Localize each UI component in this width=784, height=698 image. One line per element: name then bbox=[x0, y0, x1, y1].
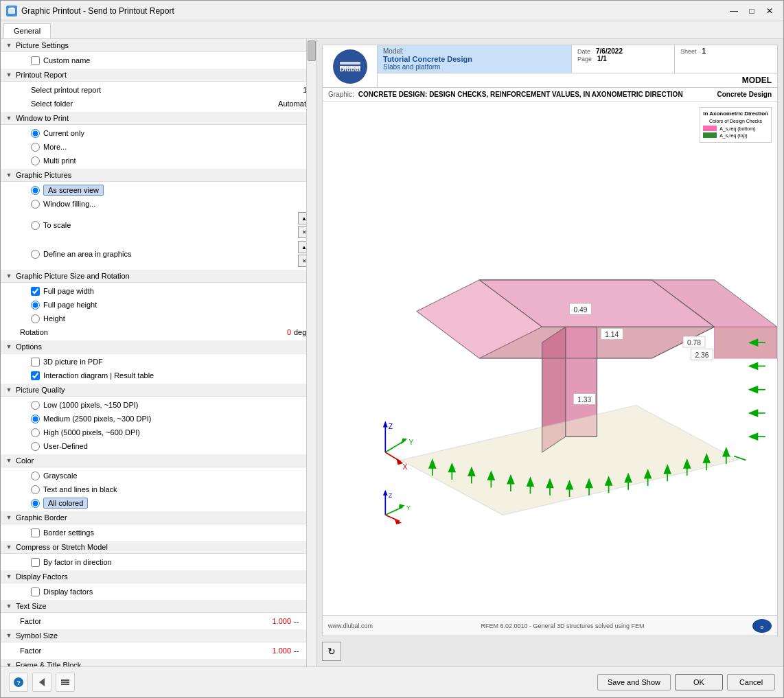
quality-low-row: Low (1000 pixels, ~150 DPI) bbox=[14, 398, 316, 412]
section-header-picture-settings[interactable]: ▼ Picture Settings bbox=[1, 39, 316, 52]
section-header-options[interactable]: ▼ Options bbox=[1, 340, 316, 353]
collapse-icon-gp: ▼ bbox=[5, 171, 13, 179]
symbol-factor-label: Factor bbox=[20, 647, 250, 655]
as-screen-radio[interactable] bbox=[31, 186, 40, 195]
height-row: Height bbox=[14, 312, 316, 325]
section-header-ss[interactable]: ▼ Symbol Size bbox=[1, 629, 316, 642]
collapse-icon-ftb: ▼ bbox=[5, 661, 13, 666]
to-scale-radio[interactable] bbox=[31, 221, 40, 230]
full-page-height-radio[interactable] bbox=[31, 301, 40, 310]
model-label: Model: bbox=[383, 47, 566, 55]
border-settings-checkbox[interactable] bbox=[31, 528, 40, 537]
section-options: ▼ Options 3D picture in PDF Interaction … bbox=[1, 340, 316, 384]
section-body-df: Display factors bbox=[1, 583, 316, 600]
refresh-button[interactable]: ↻ bbox=[322, 642, 341, 661]
preview-footer: www.dlubal.com RFEM 6.02.0010 - General … bbox=[323, 615, 777, 636]
height-radio[interactable] bbox=[31, 314, 40, 323]
svg-text:1.33: 1.33 bbox=[577, 396, 591, 404]
section-header-gpsr[interactable]: ▼ Graphic Picture Size and Rotation bbox=[1, 270, 316, 283]
svg-text:Y: Y bbox=[406, 504, 411, 511]
current-only-label: Current only bbox=[43, 129, 84, 137]
legend-title: In Axonometric Direction bbox=[703, 110, 768, 117]
section-header-pq[interactable]: ▼ Picture Quality bbox=[1, 384, 316, 397]
by-factor-label: By factor in direction bbox=[43, 558, 112, 566]
section-header-ftb[interactable]: ▼ Frame & Title Block bbox=[1, 659, 316, 666]
section-model-label: MODEL bbox=[378, 73, 777, 87]
section-body-printout-report: Select printout report 1 - Select folder… bbox=[1, 82, 316, 112]
section-header-printout-report[interactable]: ▼ Printout Report bbox=[1, 69, 316, 82]
section-header-df[interactable]: ▼ Display Factors bbox=[1, 570, 316, 583]
all-colored-radio[interactable] bbox=[31, 499, 40, 508]
legend-item-1: A_s,req (top) bbox=[703, 132, 768, 138]
more-radio[interactable] bbox=[31, 143, 40, 152]
3d-pdf-checkbox[interactable] bbox=[31, 358, 40, 367]
graphic-title: CONCRETE DESIGN: DESIGN CHECKS, REINFORC… bbox=[358, 91, 713, 98]
full-page-width-label: Full page width bbox=[43, 287, 94, 295]
section-header-wtp[interactable]: ▼ Window to Print bbox=[1, 112, 316, 125]
select-printout-label: Select printout report bbox=[31, 86, 270, 94]
by-factor-checkbox[interactable] bbox=[31, 558, 40, 567]
ok-button[interactable]: OK bbox=[675, 674, 723, 690]
minimize-button[interactable]: — bbox=[726, 3, 742, 19]
bottom-actions: Save and Show OK Cancel bbox=[597, 674, 775, 690]
current-only-radio[interactable] bbox=[31, 129, 40, 138]
cancel-button[interactable]: Cancel bbox=[727, 674, 775, 690]
section-body-ts: Factor 1.000 -- bbox=[1, 613, 316, 629]
svg-text:2.36: 2.36 bbox=[695, 351, 708, 359]
svg-text:?: ? bbox=[16, 679, 21, 686]
select-printout-value: 1 - bbox=[270, 86, 312, 94]
define-area-label: Define an area in graphics bbox=[43, 250, 295, 258]
window-filling-row: Window filling... bbox=[14, 197, 316, 211]
back-button[interactable] bbox=[32, 673, 51, 692]
legend-box: In Axonometric Direction Colors of Desig… bbox=[700, 107, 772, 143]
section-title-wtp: Window to Print bbox=[16, 114, 69, 122]
text-lines-black-radio[interactable] bbox=[31, 485, 40, 494]
save-and-show-button[interactable]: Save and Show bbox=[597, 674, 671, 690]
scrollbar[interactable] bbox=[306, 39, 316, 666]
interaction-diagram-checkbox[interactable] bbox=[31, 371, 40, 380]
collapse-icon-pr: ▼ bbox=[5, 71, 13, 79]
tab-general[interactable]: General bbox=[3, 23, 51, 38]
section-header-ts[interactable]: ▼ Text Size bbox=[1, 600, 316, 613]
preview-meta-top: Model: Tutorial Concrete Design Slabs an… bbox=[378, 45, 777, 73]
interaction-diagram-row: Interaction diagram | Result table bbox=[14, 369, 316, 382]
collapse-icon-gpsr: ▼ bbox=[5, 272, 13, 280]
help-button[interactable]: ? bbox=[9, 673, 28, 692]
quality-medium-radio[interactable] bbox=[31, 415, 40, 423]
section-header-gb[interactable]: ▼ Graphic Border bbox=[1, 511, 316, 524]
close-button[interactable]: ✕ bbox=[761, 3, 778, 19]
quality-user-label: User-Defined bbox=[43, 442, 88, 450]
custom-name-label: Custom name bbox=[43, 56, 90, 65]
section-gps-rotation: ▼ Graphic Picture Size and Rotation Full… bbox=[1, 270, 316, 340]
section-title-ss: Symbol Size bbox=[16, 631, 58, 640]
display-factors-checkbox[interactable] bbox=[31, 588, 40, 596]
svg-rect-1 bbox=[10, 8, 14, 9]
grayscale-radio[interactable] bbox=[31, 472, 40, 480]
full-page-width-checkbox[interactable] bbox=[31, 287, 40, 296]
section-header-color[interactable]: ▼ Color bbox=[1, 454, 316, 467]
svg-marker-107 bbox=[39, 678, 45, 686]
section-color: ▼ Color Grayscale Text and lines in blac… bbox=[1, 454, 316, 511]
define-area-radio[interactable] bbox=[31, 250, 40, 259]
svg-rect-108 bbox=[61, 679, 69, 681]
border-settings-row: Border settings bbox=[14, 526, 316, 539]
settings-button[interactable] bbox=[56, 673, 75, 692]
svg-text:1.14: 1.14 bbox=[605, 331, 619, 338]
graphic-label-bar: Graphic: CONCRETE DESIGN: DESIGN CHECKS,… bbox=[323, 88, 777, 102]
quality-low-radio[interactable] bbox=[31, 401, 40, 410]
custom-name-checkbox[interactable] bbox=[31, 56, 40, 65]
section-body-color: Grayscale Text and lines in black All co… bbox=[1, 467, 316, 511]
quality-low-label: Low (1000 pixels, ~150 DPI) bbox=[43, 401, 139, 409]
multi-print-radio[interactable] bbox=[31, 156, 40, 165]
legend-label-0: A_s,req (bottom) bbox=[719, 126, 755, 131]
collapse-icon-df: ▼ bbox=[5, 572, 13, 581]
graphic-module: Concrete Design bbox=[717, 91, 772, 98]
section-picture-quality: ▼ Picture Quality Low (1000 pixels, ~150… bbox=[1, 384, 316, 454]
section-header-cs[interactable]: ▼ Compress or Stretch Model bbox=[1, 541, 316, 554]
section-header-gp[interactable]: ▼ Graphic Pictures bbox=[1, 169, 316, 182]
quality-user-radio[interactable] bbox=[31, 442, 40, 451]
scroll-thumb[interactable] bbox=[308, 40, 316, 61]
maximize-button[interactable]: □ bbox=[743, 3, 760, 19]
quality-high-radio[interactable] bbox=[31, 428, 40, 437]
window-filling-radio[interactable] bbox=[31, 200, 40, 209]
